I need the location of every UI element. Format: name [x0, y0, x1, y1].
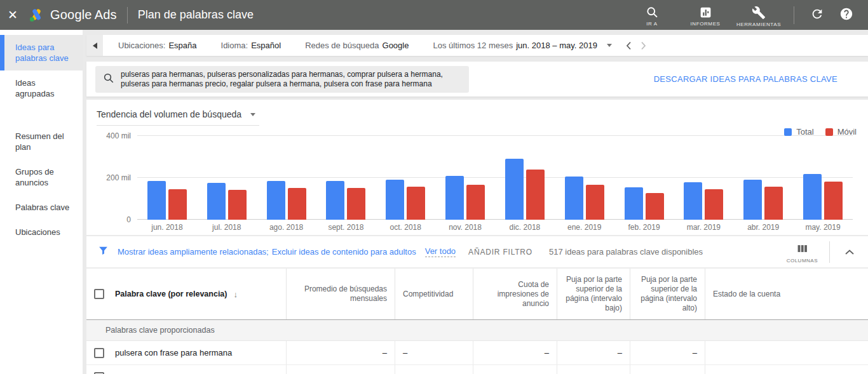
previous-period-button[interactable] [626, 41, 632, 50]
table-row[interactable]: comprar pulsera a hermana – – – – – [86, 365, 868, 374]
sidebar-item-ubicaciones[interactable]: Ubicaciones [0, 220, 83, 244]
go-to-button[interactable]: IR A [627, 3, 677, 27]
column-header-account-status[interactable]: Estado de la cuenta [705, 269, 868, 319]
row-checkbox[interactable] [94, 372, 104, 374]
keyword-cell: comprar pulsera a hermana [86, 365, 287, 374]
columns-icon [796, 243, 808, 257]
chart-title: Tendencia del volumen de búsqueda [97, 109, 241, 119]
collapse-table-button[interactable] [841, 246, 858, 258]
download-keyword-ideas-link[interactable]: DESCARGAR IDEAS PARA PALABRAS CLAVE [654, 74, 837, 84]
impression-share-cell: – [473, 365, 557, 374]
top-bid-low-cell: – [557, 341, 630, 364]
table-toolbar: Mostrar ideas ampliamente relacionadas; … [86, 236, 868, 268]
chart-bar-móvil [705, 189, 723, 220]
help-icon [839, 7, 853, 23]
top-bid-high-cell: – [630, 365, 705, 374]
bar-chart-icon [699, 6, 712, 19]
chart-bar-total [505, 159, 524, 220]
toolbar-divider [829, 241, 830, 263]
y-axis-label: 200 mil [98, 173, 131, 182]
x-axis-label: mar. 2019 [674, 223, 733, 232]
y-axis-label: 400 mil [98, 131, 131, 140]
sort-descending-icon: ↓ [233, 290, 238, 299]
keywords-search-card: pulseras para hermanas, pulseras persona… [86, 62, 868, 97]
triangle-left-icon [93, 43, 97, 49]
chart-plot-area: 0200 mil400 mil [137, 131, 853, 220]
x-axis-label: ene. 2019 [555, 223, 614, 232]
chart-bar-total [147, 181, 166, 220]
refresh-button[interactable] [804, 3, 830, 28]
chart-bar-total [445, 176, 464, 220]
bar-group [614, 187, 674, 220]
column-header-avg-searches[interactable]: Promedio de búsquedas mensuales [287, 269, 395, 319]
reports-button[interactable]: INFORMES [681, 3, 730, 27]
column-header-competition[interactable]: Competitividad [395, 269, 473, 319]
y-axis-label: 0 [98, 215, 131, 224]
see-all-link[interactable]: Ver todo [425, 246, 456, 257]
chart-legend: Total Móvil [784, 127, 857, 137]
x-axis-label: dic. 2018 [495, 223, 555, 232]
close-icon[interactable]: ✕ [8, 9, 27, 21]
bar-group [674, 182, 733, 220]
chart-bar-total [625, 187, 643, 220]
sidebar: Ideas para palabras clave Ideas agrupada… [0, 30, 83, 374]
x-axis-label: nov. 2018 [435, 223, 495, 232]
help-button[interactable] [834, 3, 859, 28]
table-row[interactable]: pulsera con frase para hermana – – – – – [86, 341, 868, 365]
chart-bar-total [684, 182, 702, 220]
legend-entry-movil: Móvil [825, 127, 857, 137]
search-volume-chart-card: Tendencia del volumen de búsqueda Total … [86, 100, 868, 235]
chart-bar-móvil [646, 193, 664, 220]
chart-bar-móvil [228, 190, 247, 220]
column-header-impression-share[interactable]: Cuota de impresiones de anuncio [473, 269, 557, 319]
competition-cell: – [395, 341, 473, 364]
keywords-search-input[interactable]: pulseras para hermanas, pulseras persona… [95, 66, 469, 93]
bar-group [555, 177, 614, 220]
columns-button[interactable]: COLUMNAS [787, 241, 818, 264]
sidebar-item-ideas-agrupadas[interactable]: Ideas agrupadas [0, 70, 83, 106]
chart-type-selector[interactable]: Tendencia del volumen de búsqueda [97, 108, 259, 126]
sidebar-item-resumen-del-plan[interactable]: Resumen del plan [0, 124, 83, 159]
chart-bar-móvil [586, 185, 604, 220]
filter-language[interactable]: Idioma: Español [221, 41, 281, 50]
column-header-top-bid-low[interactable]: Puja por la parte superior de la página … [557, 269, 630, 319]
select-all-checkbox[interactable] [94, 289, 104, 299]
next-period-button[interactable] [641, 41, 646, 50]
filter-search-networks[interactable]: Redes de búsqueda Google [305, 41, 409, 50]
table-section-header: Palabras clave proporcionadas [86, 320, 868, 341]
wrench-icon [752, 6, 766, 20]
column-header-top-bid-high[interactable]: Puja por la parte superior de la página … [630, 269, 705, 319]
column-header-keyword[interactable]: Palabra clave (por relevancia) ↓ [86, 269, 287, 319]
account-status-cell [705, 341, 868, 364]
sidebar-item-ideas-para-palabras-clave[interactable]: Ideas para palabras clave [0, 35, 83, 70]
sidebar-item-grupos-de-anuncios[interactable]: Grupos de anuncios [0, 159, 83, 195]
bar-group [435, 176, 495, 220]
topbar-divider [794, 6, 794, 24]
filter-exclude-adult-link[interactable]: Excluir ideas de contenido para adultos [272, 247, 416, 257]
chart-bar-móvil [824, 182, 843, 220]
filter-date-range[interactable]: Los últimos 12 meses jun. 2018 – may. 20… [433, 41, 611, 50]
add-filter-button[interactable]: AÑADIR FILTRO [468, 248, 532, 257]
filter-broadly-related-link[interactable]: Mostrar ideas ampliamente relacionadas; [118, 247, 269, 257]
keyword-cell: pulsera con frase para hermana [86, 341, 287, 364]
chart-bar-total [743, 180, 762, 220]
tools-button[interactable]: HERRAMIENTAS [734, 3, 783, 27]
bar-chart: Total Móvil 0200 mil400 mil jun. 2018jul… [97, 131, 858, 232]
avg-searches-cell: – [287, 365, 395, 374]
filter-locations[interactable]: Ubicaciones: España [118, 41, 197, 50]
chart-bar-móvil [288, 188, 306, 220]
legend-entry-total: Total [784, 127, 813, 137]
top-bid-high-cell: – [630, 341, 705, 364]
legend-swatch-total [784, 128, 792, 136]
collapse-panel-button[interactable] [86, 35, 103, 56]
bar-group [257, 181, 316, 220]
sidebar-item-palabras-clave[interactable]: Palabras clave [0, 195, 83, 220]
page-title: Plan de palabras clave [138, 8, 254, 22]
results-count: 517 ideas para palabras clave disponible… [549, 247, 703, 257]
top-app-bar: ✕ GoogleAds Plan de palabras clave IR A … [0, 0, 868, 30]
refresh-icon [810, 7, 824, 23]
row-checkbox[interactable] [94, 348, 104, 358]
chart-bar-total [267, 181, 285, 220]
bar-groups [137, 131, 853, 220]
x-axis-label: oct. 2018 [376, 223, 435, 232]
